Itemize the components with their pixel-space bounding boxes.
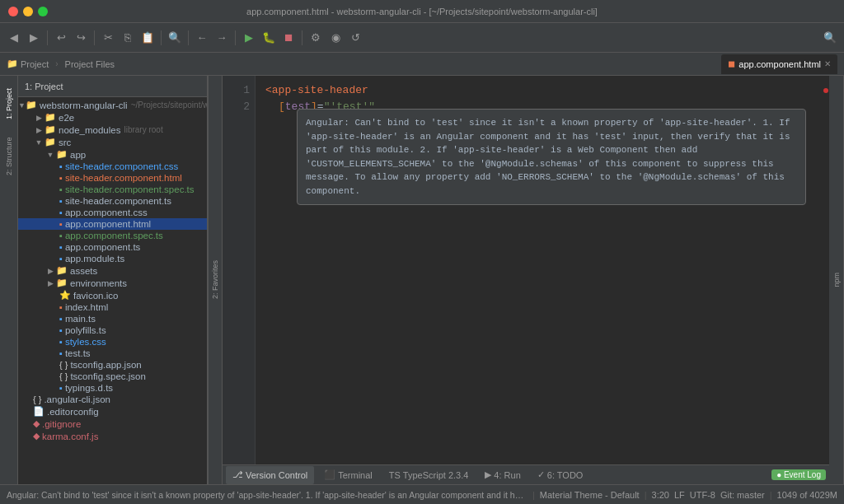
tree-site-header-css[interactable]: ▪ site-header.component.css bbox=[18, 161, 207, 172]
polyfills-icon: ▪ bbox=[59, 325, 63, 335]
tree-tsconfig-spec[interactable]: { } tsconfig.spec.json bbox=[18, 371, 207, 382]
tree-editorconfig[interactable]: 📄 .editorconfig bbox=[18, 405, 207, 418]
project-panel-toggle[interactable]: 1: Project bbox=[2, 79, 16, 128]
structure-panel-toggle[interactable]: 2: Structure bbox=[2, 132, 16, 181]
terminal-tab[interactable]: ⬛ Terminal bbox=[317, 466, 379, 484]
tree-typings-label: typings.d.ts bbox=[65, 383, 113, 393]
tree-site-header-spec[interactable]: ▪ site-header.component.spec.ts bbox=[18, 184, 207, 195]
tree-angular-cli-json[interactable]: { } .angular-cli.json bbox=[18, 394, 207, 405]
tree-environments[interactable]: ▶ 📁 environments bbox=[18, 277, 207, 289]
close-button[interactable] bbox=[8, 7, 18, 16]
app-module-icon: ▪ bbox=[59, 254, 63, 264]
tree-tsconfig-app[interactable]: { } tsconfig.app.json bbox=[18, 359, 207, 371]
tree-node-modules-label: node_modules bbox=[59, 125, 120, 135]
theme-label: Material Theme - Default bbox=[540, 490, 640, 500]
version-control-tab[interactable]: ⎇ Version Control bbox=[226, 466, 314, 484]
tree-assets[interactable]: ▶ 📁 assets bbox=[18, 264, 207, 277]
toolbar-separator-6 bbox=[302, 30, 302, 45]
settings-button[interactable]: ⚙ bbox=[307, 29, 325, 47]
status-encoding[interactable]: UTF-8 bbox=[690, 490, 715, 500]
tree-app-module[interactable]: ▪ app.module.ts bbox=[18, 253, 207, 264]
copy-button[interactable]: ⎘ bbox=[119, 29, 137, 47]
vcs-button[interactable]: ◉ bbox=[326, 29, 345, 47]
html-icon: ▪ bbox=[59, 173, 63, 183]
tree-typings[interactable]: ▪ typings.d.ts bbox=[18, 382, 207, 394]
status-git[interactable]: Git: master bbox=[720, 490, 765, 500]
tree-index-html[interactable]: ▪ index.html bbox=[18, 301, 207, 313]
event-log-icon: ● bbox=[776, 470, 781, 479]
status-lines[interactable]: 1049 of 4029M bbox=[777, 490, 837, 500]
back-button[interactable]: ◀ bbox=[5, 29, 23, 47]
bracket-open: [ bbox=[279, 99, 285, 115]
paste-button[interactable]: 📋 bbox=[138, 29, 157, 47]
todo-label: 6: TODO bbox=[547, 470, 584, 480]
tree-styles-css-label: styles.css bbox=[65, 337, 106, 347]
search-everywhere-button[interactable]: 🔍 bbox=[821, 29, 839, 47]
tree-app[interactable]: ▼ 📁 app bbox=[18, 148, 207, 161]
tree-test-ts[interactable]: ▪ test.ts bbox=[18, 348, 207, 359]
navigate-forward-button[interactable]: → bbox=[213, 29, 231, 47]
status-theme[interactable]: Material Theme - Default bbox=[540, 490, 640, 500]
tree-favicon[interactable]: ⭐ favicon.ico bbox=[18, 289, 207, 301]
run-tab[interactable]: ▶ 4: Run bbox=[478, 466, 527, 484]
navigate-back-button[interactable]: ← bbox=[193, 29, 211, 47]
status-sep-3: | bbox=[770, 490, 772, 500]
tree-arrow-root: ▼ bbox=[18, 101, 26, 110]
cut-button[interactable]: ✂ bbox=[99, 29, 117, 47]
tree-app-spec[interactable]: ▪ app.component.spec.ts bbox=[18, 230, 207, 241]
tree-main-ts[interactable]: ▪ main.ts bbox=[18, 313, 207, 324]
tree-node-modules[interactable]: ▶ 📁 node_modules library root bbox=[18, 124, 207, 136]
app-ts-icon: ▪ bbox=[59, 242, 63, 252]
tree-root[interactable]: ▼ 📁 webstorm-angular-cli ~/Projects/site… bbox=[18, 99, 207, 111]
nav-project-files[interactable]: Project Files bbox=[65, 59, 115, 69]
minimize-button[interactable] bbox=[23, 7, 33, 16]
tree-site-header-ts[interactable]: ▪ site-header.component.ts bbox=[18, 195, 207, 207]
tree-app-css[interactable]: ▪ app.component.css bbox=[18, 207, 207, 218]
maximize-button[interactable] bbox=[38, 7, 48, 16]
run-button[interactable]: ▶ bbox=[240, 29, 258, 47]
tree-src[interactable]: ▼ 📁 src bbox=[18, 136, 207, 148]
toolbar-separator-3 bbox=[161, 30, 162, 45]
event-log-button[interactable]: ● Event Log bbox=[771, 469, 826, 480]
run-icon: ▶ bbox=[485, 469, 491, 480]
status-position[interactable]: 3:20 bbox=[652, 490, 669, 500]
tree-e2e[interactable]: ▶ 📁 e2e bbox=[18, 111, 207, 124]
e2e-folder-icon: 📁 bbox=[45, 112, 56, 123]
update-button[interactable]: ↺ bbox=[346, 29, 364, 47]
search-button[interactable]: 🔍 bbox=[166, 29, 184, 47]
node-modules-tag: library root bbox=[124, 125, 162, 134]
forward-button[interactable]: ▶ bbox=[25, 29, 43, 47]
editor-tab-app-component[interactable]: ◼ app.component.html ✕ bbox=[721, 54, 837, 74]
tree-app-css-label: app.component.css bbox=[65, 208, 148, 217]
code-area[interactable]: <app-site-header [ test ] = "'test'" Ang… bbox=[256, 76, 823, 464]
version-control-label: Version Control bbox=[246, 470, 307, 480]
tree-app-ts[interactable]: ▪ app.component.ts bbox=[18, 241, 207, 253]
tree-styles-css[interactable]: ▪ styles.css bbox=[18, 336, 207, 348]
status-lf[interactable]: LF bbox=[674, 490, 685, 500]
todo-tab[interactable]: ✓ 6: TODO bbox=[531, 466, 590, 484]
project-files-label: Project Files bbox=[65, 59, 115, 69]
typescript-tab[interactable]: TS TypeScript 2.3.4 bbox=[382, 466, 476, 484]
window-chrome: app.component.html - webstorm-angular-cl… bbox=[0, 0, 844, 23]
tab-close-button[interactable]: ✕ bbox=[824, 59, 831, 68]
main-ts-icon: ▪ bbox=[59, 314, 63, 324]
npm-strip[interactable]: npm bbox=[829, 76, 844, 484]
tree-app-html[interactable]: ▪ app.component.html bbox=[18, 218, 207, 230]
tree-karma-conf[interactable]: ◆ karma.conf.js bbox=[18, 430, 207, 442]
tree-favicon-label: favicon.ico bbox=[73, 291, 118, 301]
stop-button[interactable]: ⏹ bbox=[279, 29, 298, 47]
tree-site-header-html[interactable]: ▪ site-header.component.html bbox=[18, 172, 207, 184]
tree-site-header-html-label: site-header.component.html bbox=[65, 173, 182, 183]
error-tooltip: Angular: Can't bind to 'test' since it i… bbox=[297, 109, 806, 205]
redo-button[interactable]: ↪ bbox=[72, 29, 90, 47]
line-num-2: 2 bbox=[227, 99, 250, 115]
tree-polyfills[interactable]: ▪ polyfills.ts bbox=[18, 324, 207, 336]
undo-button[interactable]: ↩ bbox=[52, 29, 70, 47]
favorites-strip[interactable]: 2: Favorites bbox=[208, 76, 223, 484]
debug-button[interactable]: 🐛 bbox=[260, 29, 278, 47]
nav-project[interactable]: 📁 Project bbox=[7, 58, 49, 69]
ts-icon: ▪ bbox=[59, 196, 63, 206]
tree-gitignore[interactable]: ◆ .gitignore bbox=[18, 418, 207, 430]
project-tree[interactable]: ▼ 📁 webstorm-angular-cli ~/Projects/site… bbox=[18, 97, 207, 484]
tree-editorconfig-label: .editorconfig bbox=[47, 407, 99, 417]
